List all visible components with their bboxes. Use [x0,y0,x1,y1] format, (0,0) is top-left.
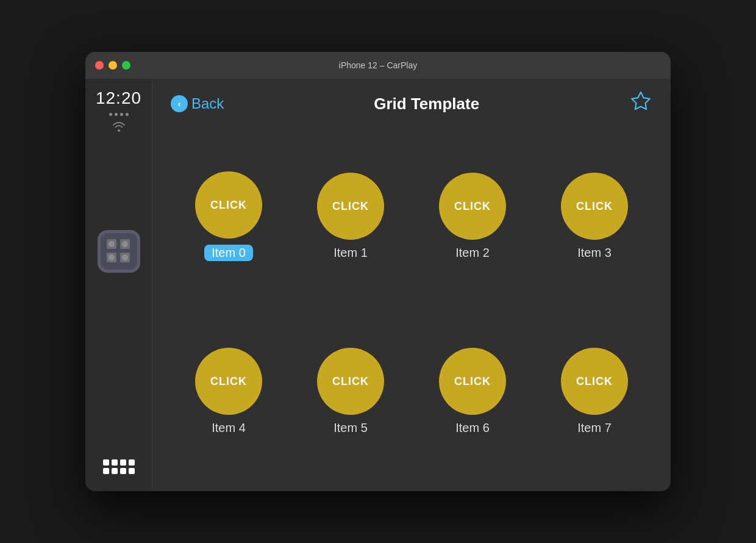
click-circle-3[interactable]: CLICK [561,173,628,240]
svg-point-7 [109,254,115,261]
minimize-button[interactable] [109,61,117,70]
star-icon[interactable] [629,91,652,117]
grid-dot [120,468,126,474]
grid-item-7[interactable]: CLICK Item 7 [537,310,652,473]
item-label-2: Item 2 [455,246,490,260]
grid-item-3[interactable]: CLICK Item 3 [537,135,652,298]
item-label-5: Item 5 [333,421,368,435]
back-button[interactable]: ‹ Back [171,95,224,112]
click-circle-1[interactable]: CLICK [317,173,384,240]
simulator-window: iPhone 12 – CarPlay 12:20 [85,52,671,491]
grid-item-2[interactable]: CLICK Item 2 [415,135,530,298]
click-label-4: CLICK [210,375,247,388]
item-label-7: Item 7 [577,421,612,435]
click-label-0: CLICK [210,199,247,212]
item-label-0: Item 0 [204,245,253,261]
carplay-app-icon[interactable] [98,230,140,273]
click-circle-4[interactable]: CLICK [195,348,262,415]
grid-item-1[interactable]: CLICK Item 1 [293,135,408,298]
window-title: iPhone 12 – CarPlay [339,60,417,70]
sidebar-time: 12:20 [96,88,141,108]
click-label-1: CLICK [332,200,369,213]
svg-point-6 [122,241,128,247]
grid-item-4[interactable]: CLICK Item 4 [171,310,287,473]
titlebar: iPhone 12 – CarPlay [85,52,671,79]
grid-dot [112,459,118,466]
sidebar: 12:20 [85,79,152,491]
signal-dot-4 [126,113,129,116]
svg-rect-0 [101,233,137,270]
click-label-7: CLICK [576,375,613,388]
svg-point-5 [109,241,115,247]
wifi-icon [112,121,126,132]
click-circle-2[interactable]: CLICK [439,173,506,240]
grid-dot [120,459,126,466]
grid-item-6[interactable]: CLICK Item 6 [415,310,530,473]
header: ‹ Back Grid Template [171,91,652,117]
traffic-lights [95,61,130,70]
grid-item-0[interactable]: CLICK Item 0 [171,135,287,298]
signal-dot-2 [115,113,118,116]
main-content: ‹ Back Grid Template CLICK Item 0 [152,79,671,491]
maximize-button[interactable] [122,61,130,70]
page-title: Grid Template [374,95,479,113]
grid-dot [103,459,109,466]
click-label-2: CLICK [454,200,491,213]
grid-dots-icon [103,459,135,474]
click-label-6: CLICK [454,375,491,388]
signal-dots [109,113,129,116]
click-circle-0[interactable]: CLICK [195,171,262,239]
back-chevron-icon: ‹ [171,95,188,112]
sidebar-status-icons [109,113,129,132]
signal-dot-1 [109,113,112,116]
grid-dot [129,459,135,466]
home-grid-icon[interactable] [103,459,135,481]
click-label-3: CLICK [576,200,613,213]
svg-point-8 [122,254,128,261]
grid-dot [112,468,118,474]
click-label-5: CLICK [332,375,369,388]
item-label-1: Item 1 [333,246,368,260]
items-grid: CLICK Item 0 CLICK Item 1 CLICK Ite [171,135,652,473]
item-label-6: Item 6 [455,421,490,435]
item-label-3: Item 3 [577,246,612,260]
window-body: 12:20 [85,79,671,491]
grid-item-5[interactable]: CLICK Item 5 [293,310,408,473]
click-circle-6[interactable]: CLICK [439,348,506,415]
item-label-4: Item 4 [212,421,246,435]
grid-dot [129,468,135,474]
close-button[interactable] [95,61,104,70]
signal-dot-3 [120,113,123,116]
click-circle-7[interactable]: CLICK [561,348,628,415]
grid-dot [103,468,109,474]
back-label: Back [191,95,224,112]
click-circle-5[interactable]: CLICK [317,348,384,415]
